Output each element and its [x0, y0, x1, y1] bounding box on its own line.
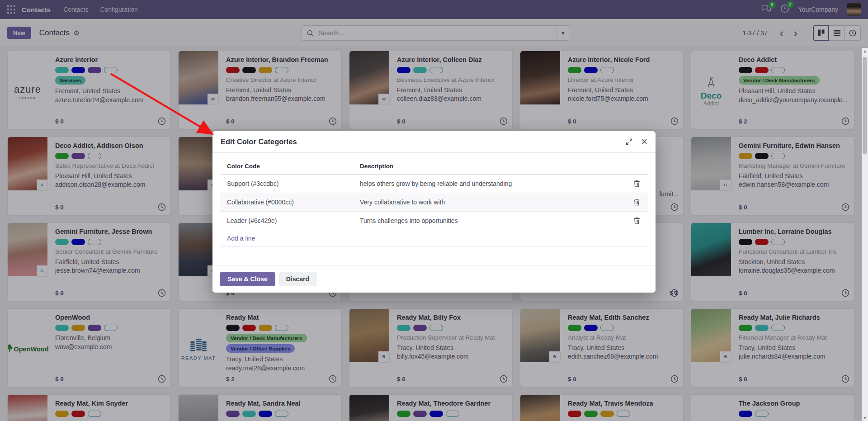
scroll-up-arrow[interactable]: ▲	[862, 48, 868, 54]
category-name-cell[interactable]: Support (#3ccdbc)	[220, 175, 353, 193]
delete-row-button[interactable]	[632, 198, 641, 207]
column-header-color-code: Color Code	[220, 158, 353, 175]
dialog-footer: Save & Close Discard	[212, 265, 656, 293]
delete-row-button[interactable]	[632, 216, 641, 225]
column-header-actions	[625, 158, 648, 175]
category-description-cell[interactable]: Turns challenges into opportunities	[353, 212, 625, 230]
add-a-line-link[interactable]: Add a line	[227, 235, 255, 242]
column-header-description: Description	[353, 158, 625, 175]
category-row: Leader (#6c429e)Turns challenges into op…	[220, 212, 648, 230]
discard-button[interactable]: Discard	[279, 272, 316, 286]
category-description-cell[interactable]: Very collaborative to work with	[353, 193, 625, 212]
scroll-down-arrow[interactable]: ▼	[862, 415, 868, 421]
dialog-title: Edit Color Categories	[221, 137, 297, 146]
delete-row-button[interactable]	[632, 179, 641, 188]
save-and-close-button[interactable]: Save & Close	[220, 272, 275, 286]
close-dialog-icon[interactable]: ×	[642, 137, 647, 147]
color-categories-table: Color Code Description Support (#3ccdbc)…	[220, 158, 648, 247]
category-row: Collaborative (#0000cc)Very collaborativ…	[220, 193, 648, 212]
edit-color-categories-dialog: Edit Color Categories × Color Code Descr…	[212, 131, 656, 293]
expand-dialog-icon[interactable]	[626, 138, 632, 145]
table-header-row: Color Code Description	[220, 158, 648, 175]
category-name-cell[interactable]: Collaborative (#0000cc)	[220, 193, 353, 212]
category-row: Support (#3ccdbc)helps others grow by be…	[220, 175, 648, 193]
vertical-scrollbar: ▲ ▼	[862, 48, 868, 421]
category-description-cell[interactable]: helps others grow by being reliable and …	[353, 175, 625, 193]
category-name-cell[interactable]: Leader (#6c429e)	[220, 212, 353, 230]
scrollbar-thumb[interactable]	[863, 57, 867, 154]
add-line-row: Add a line	[220, 230, 648, 247]
dialog-header: Edit Color Categories ×	[212, 131, 656, 153]
